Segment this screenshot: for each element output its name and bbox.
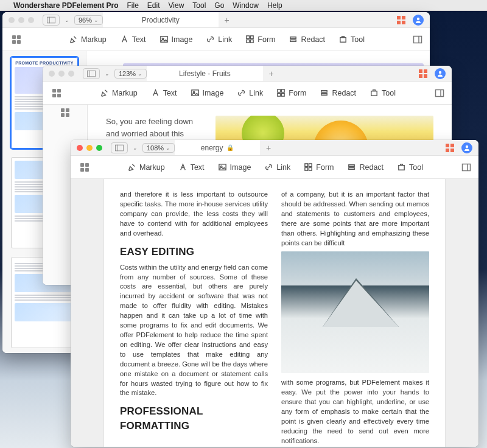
svg-rect-16	[87, 71, 95, 77]
page-grid-icon[interactable]	[61, 108, 69, 285]
heading-professional-formatting: PROFESSIONAL FORMATTING	[120, 404, 268, 433]
menu-window[interactable]: Window	[233, 1, 259, 10]
menu-tool[interactable]: Tool	[192, 1, 206, 10]
svg-point-22	[439, 71, 441, 73]
svg-rect-39	[219, 164, 225, 170]
svg-rect-41	[305, 164, 308, 167]
app-name[interactable]: Wondershare PDFelement Pro	[13, 1, 119, 10]
min-dot[interactable]	[18, 17, 24, 23]
account-avatar[interactable]	[413, 15, 424, 26]
tool-text[interactable]: Text	[120, 35, 146, 44]
window-controls[interactable]	[71, 145, 102, 151]
toolbar: Markup Text Image Link Form Redact Tool	[71, 156, 478, 179]
lock-icon: 🔒	[226, 144, 234, 151]
template-color-icon[interactable]	[397, 16, 405, 24]
sidebar-toggle[interactable]	[111, 142, 128, 153]
tool-form[interactable]: Form	[276, 88, 306, 97]
svg-rect-12	[251, 40, 254, 43]
svg-rect-37	[450, 149, 454, 152]
tab-energy[interactable]: energy🔒	[175, 140, 260, 155]
tool-link[interactable]: Link	[206, 35, 232, 44]
zoom-select[interactable]: 108%⌄	[142, 143, 175, 153]
close-dot[interactable]	[9, 17, 15, 23]
zoom-select[interactable]: 96%⌄	[74, 15, 103, 25]
tool-redact[interactable]: Redact	[289, 35, 325, 44]
new-tab-button[interactable]: +	[219, 15, 236, 25]
window-controls[interactable]	[2, 17, 34, 23]
svg-rect-19	[424, 69, 427, 73]
svg-rect-43	[305, 167, 308, 170]
svg-point-38	[466, 145, 468, 147]
svg-rect-5	[402, 21, 405, 24]
panel-toggle-icon[interactable]	[435, 88, 444, 98]
column-right: of a company, but it is an important fac…	[281, 190, 429, 446]
sidebar-toggle[interactable]	[83, 68, 100, 79]
thumb-title: PROMOTE PRODUCTIVITY	[15, 61, 74, 65]
new-tab-button[interactable]: +	[263, 69, 280, 79]
tool-link[interactable]: Link	[237, 88, 263, 97]
titlebar: ⌄ 96%⌄ Productivity +	[2, 12, 430, 28]
svg-rect-26	[282, 89, 285, 93]
column-left: and therefore it is less important to ou…	[120, 190, 268, 446]
zoom-label: 96%	[79, 16, 92, 24]
svg-rect-27	[278, 93, 281, 96]
tool-redact[interactable]: Redact	[347, 163, 384, 172]
menu-go[interactable]: Go	[214, 1, 224, 10]
account-avatar[interactable]	[461, 142, 472, 153]
svg-rect-25	[278, 89, 281, 93]
template-color-icon[interactable]	[446, 144, 454, 152]
tool-text[interactable]: Text	[178, 163, 205, 172]
zoom-select[interactable]: 123%⌄	[114, 69, 147, 79]
svg-rect-21	[424, 74, 427, 78]
window-controls[interactable]	[43, 71, 74, 77]
tool-image[interactable]: Image	[191, 88, 224, 97]
mac-menubar: Wondershare PDFelement Pro File Edit Vie…	[0, 0, 487, 11]
menu-view[interactable]: View	[169, 1, 184, 10]
panel-toggle-icon[interactable]	[413, 35, 422, 44]
tool-tool[interactable]: Tool	[370, 88, 396, 97]
paragraph: and therefore it is less important to ou…	[120, 190, 268, 239]
menu-edit[interactable]: Edit	[147, 1, 160, 10]
chevron-down-icon[interactable]: ⌄	[65, 17, 69, 23]
tool-image[interactable]: Image	[159, 35, 193, 44]
svg-rect-20	[419, 74, 422, 78]
tool-form[interactable]: Form	[245, 35, 275, 44]
template-color-icon[interactable]	[419, 69, 427, 78]
svg-rect-14	[414, 36, 422, 43]
svg-rect-44	[309, 167, 312, 170]
tool-image[interactable]: Image	[218, 163, 251, 172]
account-avatar[interactable]	[435, 68, 446, 79]
tool-form[interactable]: Form	[304, 163, 334, 172]
paragraph: with some programs, but PDFelement makes…	[281, 378, 429, 446]
new-tab-button[interactable]: +	[260, 143, 277, 153]
svg-rect-35	[450, 144, 454, 147]
tool-markup[interactable]: Markup	[100, 88, 138, 97]
sidebar-toggle[interactable]	[43, 15, 60, 26]
tab-lifestyle[interactable]: Lifestyle - Fruits	[147, 66, 262, 81]
tool-text[interactable]: Text	[151, 88, 177, 97]
max-dot[interactable]	[28, 17, 34, 23]
tool-tool[interactable]: Tool	[397, 163, 423, 172]
tool-markup[interactable]: Markup	[127, 163, 165, 172]
tool-redact[interactable]: Redact	[320, 88, 356, 97]
document-canvas[interactable]: and therefore it is less important to ou…	[71, 179, 478, 447]
svg-rect-11	[247, 40, 250, 43]
menu-help[interactable]: Help	[267, 1, 282, 10]
tool-link[interactable]: Link	[264, 163, 290, 172]
svg-rect-28	[282, 93, 285, 96]
svg-rect-42	[309, 164, 312, 167]
page-grid-icon[interactable]	[50, 89, 61, 97]
toolbar: Markup Text Image Link Form Redact Tool	[2, 28, 430, 51]
menu-file[interactable]: File	[127, 1, 139, 10]
tool-markup[interactable]: Markup	[69, 35, 107, 44]
page-grid-icon[interactable]	[78, 163, 89, 172]
titlebar: ⌄ 123%⌄ Lifestyle - Fruits +	[43, 66, 452, 82]
svg-rect-0	[47, 17, 55, 23]
svg-rect-30	[436, 89, 444, 96]
page-grid-icon[interactable]	[10, 35, 21, 44]
paragraph: of a company, but it is an important fac…	[281, 190, 429, 248]
tab-productivity[interactable]: Productivity	[103, 12, 219, 27]
tool-tool[interactable]: Tool	[338, 35, 365, 44]
panel-toggle-icon[interactable]	[461, 163, 471, 172]
paragraph: Costs within the utility and energy fiel…	[120, 263, 268, 399]
